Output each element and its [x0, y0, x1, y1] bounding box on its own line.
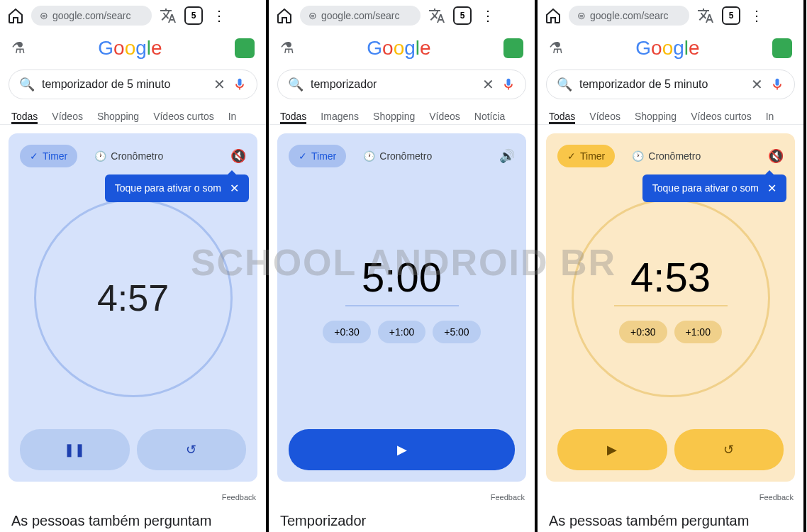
clear-icon[interactable]: ✕ — [482, 76, 494, 93]
add-5m-button[interactable]: +5:00 — [433, 321, 480, 343]
search-icon: 🔍 — [19, 77, 35, 92]
pane-1: ⊜google.com/searc 5 ⋮ ⚗ Google 🔍 ✕ Todas… — [0, 0, 269, 532]
feedback-link[interactable]: Feedback — [0, 490, 266, 504]
time-input[interactable]: 5:00 — [345, 253, 459, 306]
timer-chip[interactable]: ✓Timer — [20, 145, 77, 167]
url-bar[interactable]: ⊜google.com/searc — [569, 6, 689, 26]
google-logo[interactable]: Google — [635, 37, 699, 60]
url-bar[interactable]: ⊜google.com/searc — [300, 6, 421, 26]
tab-more[interactable]: In — [228, 111, 237, 124]
tabs-count-badge[interactable]: 5 — [184, 6, 203, 25]
timer-card: ✓Timer 🕐Cronômetro 🔊 5:00 +0:30 +1:00 +5… — [277, 133, 526, 482]
stopwatch-chip[interactable]: 🕐Cronômetro — [353, 145, 442, 167]
browser-bar: ⊜google.com/searc 5 ⋮ — [0, 0, 266, 31]
people-also-ask: As pessoas também perguntam — [538, 504, 803, 532]
search-input[interactable] — [311, 78, 475, 91]
reset-button[interactable]: ↺ — [137, 429, 247, 470]
pane-3: ⊜google.com/searc 5 ⋮ ⚗ Google 🔍 ✕ Todas… — [538, 0, 806, 532]
stopwatch-chip[interactable]: 🕐Cronômetro — [84, 145, 173, 167]
menu-dots-icon[interactable]: ⋮ — [479, 6, 497, 25]
home-icon[interactable] — [276, 7, 293, 24]
mic-icon[interactable] — [770, 77, 784, 92]
timer-card: ✓Timer 🕐Cronômetro 🔇 Toque para ativar o… — [9, 133, 257, 482]
search-input[interactable] — [42, 78, 206, 91]
url-bar[interactable]: ⊜google.com/searc — [31, 6, 152, 26]
mic-icon[interactable] — [233, 77, 247, 92]
search-box[interactable]: 🔍 ✕ — [9, 70, 257, 99]
google-logo[interactable]: Google — [367, 37, 430, 60]
labs-icon[interactable]: ⚗ — [549, 39, 563, 57]
tab-videos[interactable]: Vídeos — [429, 111, 460, 124]
check-icon: ✓ — [30, 150, 38, 162]
tab-videos[interactable]: Vídeos — [52, 111, 83, 124]
search-box[interactable]: 🔍 ✕ — [277, 70, 526, 99]
feedback-link[interactable]: Feedback — [538, 490, 803, 504]
add-1m-button[interactable]: +1:00 — [378, 321, 425, 343]
feedback-link[interactable]: Feedback — [269, 490, 535, 504]
menu-dots-icon[interactable]: ⋮ — [210, 6, 228, 25]
tab-todas[interactable]: Todas — [280, 111, 306, 124]
mic-icon[interactable] — [501, 77, 516, 92]
clock-icon: 🕐 — [363, 150, 375, 162]
add-30s-button[interactable]: +0:30 — [323, 321, 370, 343]
tab-todas[interactable]: Todas — [549, 111, 575, 124]
sound-muted-icon[interactable]: 🔇 — [768, 148, 784, 164]
play-button[interactable]: ▶ — [289, 429, 515, 470]
stopwatch-chip[interactable]: 🕐Cronômetro — [622, 145, 711, 167]
labs-icon[interactable]: ⚗ — [11, 39, 26, 57]
browser-bar: ⊜google.com/searc 5 ⋮ — [269, 0, 535, 31]
tabs-count-badge[interactable]: 5 — [722, 6, 740, 25]
tooltip-close-icon[interactable]: ✕ — [767, 182, 777, 195]
search-box[interactable]: 🔍 ✕ — [546, 70, 795, 99]
search-tabs: Todas Vídeos Shopping Vídeos curtos In — [538, 104, 803, 125]
pause-button[interactable]: ❚❚ — [20, 429, 130, 470]
tab-shopping[interactable]: Shopping — [373, 111, 415, 124]
tab-shopping[interactable]: Shopping — [97, 111, 139, 124]
avatar[interactable] — [235, 38, 255, 58]
pane-2: ⊜google.com/searc 5 ⋮ ⚗ Google 🔍 ✕ Todas… — [269, 0, 538, 532]
search-icon: 🔍 — [557, 77, 572, 92]
browser-bar: ⊜google.com/searc 5 ⋮ — [538, 0, 803, 31]
reset-button[interactable]: ↺ — [674, 429, 784, 470]
translate-icon[interactable] — [696, 6, 715, 25]
clock-icon: 🕐 — [632, 150, 644, 162]
tabs-count-badge[interactable]: 5 — [453, 6, 472, 25]
timer-chip[interactable]: ✓Timer — [557, 145, 615, 167]
tab-videos-curtos[interactable]: Vídeos curtos — [691, 111, 752, 124]
tab-videos-curtos[interactable]: Vídeos curtos — [153, 111, 214, 124]
check-icon: ✓ — [299, 150, 307, 162]
sound-tooltip: Toque para ativar o som ✕ — [105, 174, 249, 202]
home-icon[interactable] — [7, 7, 24, 24]
tooltip-close-icon[interactable]: ✕ — [230, 182, 239, 195]
timer-chip[interactable]: ✓Timer — [289, 145, 346, 167]
tab-noticias[interactable]: Notícia — [474, 111, 506, 124]
progress-circle — [572, 199, 770, 397]
search-tabs: Todas Imagens Shopping Vídeos Notícia — [269, 104, 535, 125]
clear-icon[interactable]: ✕ — [751, 76, 763, 93]
tab-more[interactable]: In — [766, 111, 774, 124]
search-input[interactable] — [579, 78, 744, 91]
clear-icon[interactable]: ✕ — [213, 76, 226, 93]
translate-icon[interactable] — [428, 6, 446, 25]
translate-icon[interactable] — [159, 6, 177, 25]
clock-icon: 🕐 — [94, 150, 106, 162]
labs-icon[interactable]: ⚗ — [280, 39, 294, 57]
google-logo[interactable]: Google — [98, 37, 162, 60]
timer-card: ✓Timer 🕐Cronômetro 🔇 Toque para ativar o… — [546, 133, 795, 482]
play-button[interactable]: ▶ — [557, 429, 667, 470]
tab-videos[interactable]: Vídeos — [589, 111, 620, 124]
tab-imagens[interactable]: Imagens — [321, 111, 359, 124]
avatar[interactable] — [503, 38, 523, 58]
sound-muted-icon[interactable]: 🔇 — [230, 148, 246, 164]
below-heading: Temporizador — [269, 504, 535, 532]
tab-todas[interactable]: Todas — [11, 111, 38, 124]
tab-shopping[interactable]: Shopping — [635, 111, 677, 124]
sound-on-icon[interactable]: 🔊 — [499, 148, 515, 164]
people-also-ask: As pessoas também perguntam — [0, 504, 266, 532]
home-icon[interactable] — [545, 7, 562, 24]
sound-tooltip: Toque para ativar o som ✕ — [642, 174, 786, 202]
search-tabs: Todas Vídeos Shopping Vídeos curtos In — [0, 104, 266, 125]
menu-dots-icon[interactable]: ⋮ — [747, 6, 766, 25]
search-icon: 🔍 — [288, 77, 304, 92]
avatar[interactable] — [772, 38, 792, 58]
